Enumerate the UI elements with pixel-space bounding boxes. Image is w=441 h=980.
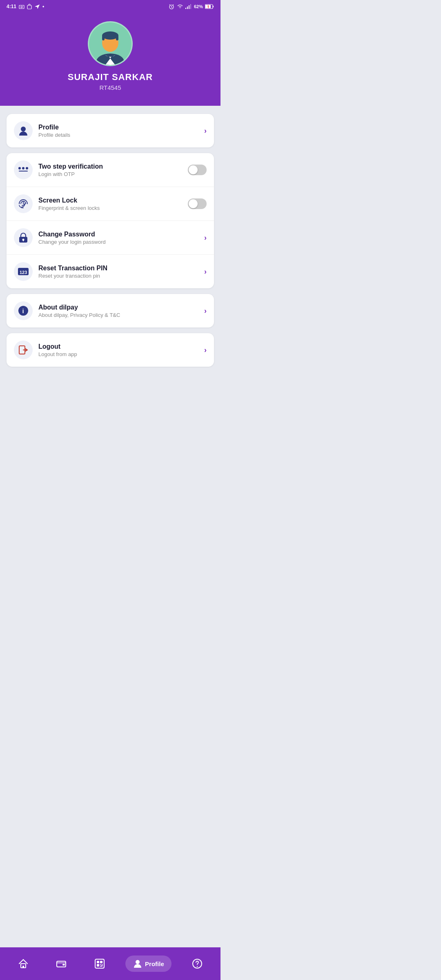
svg-rect-6 (189, 5, 189, 9)
logout-menu-item[interactable]: Logout Logout from app › (7, 333, 214, 367)
about-chevron: › (204, 307, 207, 315)
profile-card: Profile Profile details › (7, 114, 214, 147)
profile-menu-item[interactable]: Profile Profile details › (7, 114, 214, 147)
user-avatar-svg (91, 26, 130, 65)
svg-rect-5 (187, 7, 188, 9)
bag-icon (27, 4, 32, 9)
two-step-subtitle: Login with OTP (38, 171, 188, 177)
battery-percent: 62% (194, 4, 203, 9)
screen-lock-toggle[interactable] (188, 198, 207, 209)
reset-pin-icon-wrap: 123 (14, 262, 33, 281)
svg-rect-4 (185, 8, 186, 9)
profile-title: Profile (38, 124, 204, 131)
logout-icon (18, 344, 29, 356)
screen-lock-icon-wrap (14, 194, 33, 213)
change-password-text: Change Password Change your login passwo… (38, 231, 204, 245)
svg-point-18 (22, 167, 24, 169)
two-step-toggle[interactable] (188, 165, 207, 175)
about-text: About dilpay About dilpay, Privacy Polic… (38, 304, 204, 318)
status-left: 4:11 • (7, 4, 44, 9)
status-right: 62% (168, 4, 214, 9)
header-section: SURAJIT SARKAR RT4545 (0, 13, 220, 106)
screen-lock-subtitle: Fingerprint & screen locks (38, 205, 188, 211)
logout-text: Logout Logout from app (38, 343, 204, 357)
info-icon: i (18, 305, 29, 316)
two-step-menu-item[interactable]: Two step verification Login with OTP (7, 153, 214, 187)
send-icon (34, 4, 40, 9)
reset-pin-menu-item[interactable]: 123 Reset Transaction PIN Reset your tra… (7, 255, 214, 288)
svg-point-1 (21, 6, 22, 8)
reset-pin-chevron: › (204, 267, 207, 276)
photo-icon (19, 4, 24, 9)
svg-point-19 (26, 167, 28, 169)
svg-text:123: 123 (20, 270, 27, 275)
dots-lock-icon (17, 165, 29, 175)
about-subtitle: About dilpay, Privacy Policy & T&C (38, 312, 204, 318)
profile-icon-wrap (14, 121, 33, 140)
two-step-title: Two step verification (38, 163, 188, 170)
two-step-icon-wrap (14, 160, 33, 179)
security-card: Two step verification Login with OTP S (7, 153, 214, 288)
status-time: 4:11 (7, 4, 16, 9)
logout-subtitle: Logout from app (38, 351, 204, 357)
screen-lock-menu-item[interactable]: Screen Lock Fingerprint & screen locks (7, 187, 214, 221)
reset-pin-title: Reset Transaction PIN (38, 265, 204, 272)
logout-title: Logout (38, 343, 204, 350)
change-password-chevron: › (204, 234, 207, 242)
profile-text: Profile Profile details (38, 124, 204, 138)
user-name: SURAJIT SARKAR (68, 72, 153, 82)
user-id: RT4545 (99, 84, 121, 91)
svg-rect-10 (213, 6, 214, 7)
person-icon (18, 125, 29, 136)
change-password-subtitle: Change your login password (38, 239, 204, 245)
content-area: Profile Profile details › Two step verif… (0, 106, 220, 408)
change-password-menu-item[interactable]: Change Password Change your login passwo… (7, 221, 214, 255)
svg-rect-7 (190, 4, 191, 9)
signal-icon (185, 4, 192, 9)
svg-rect-20 (19, 171, 28, 172)
about-title: About dilpay (38, 304, 204, 311)
status-bar: 4:11 • 62% (0, 0, 220, 13)
profile-subtitle: Profile details (38, 132, 204, 138)
svg-rect-23 (23, 240, 24, 241)
svg-rect-14 (102, 36, 105, 40)
change-password-icon-wrap (14, 228, 33, 247)
profile-chevron: › (204, 127, 207, 135)
alarm-icon (168, 4, 175, 9)
screen-lock-title: Screen Lock (38, 197, 188, 204)
change-password-title: Change Password (38, 231, 204, 238)
about-icon-wrap: i (14, 301, 33, 320)
pin-icon: 123 (17, 266, 29, 277)
battery-icon (205, 4, 214, 9)
wifi-icon (177, 4, 183, 9)
avatar (88, 21, 133, 66)
logout-card: Logout Logout from app › (7, 333, 214, 367)
logout-chevron: › (204, 346, 207, 354)
svg-point-16 (21, 127, 26, 131)
fingerprint-icon (18, 198, 29, 209)
svg-rect-2 (27, 5, 31, 9)
reset-pin-text: Reset Transaction PIN Reset your transac… (38, 265, 204, 279)
two-step-text: Two step verification Login with OTP (38, 163, 188, 177)
svg-rect-0 (19, 5, 24, 9)
about-card: i About dilpay About dilpay, Privacy Pol… (7, 294, 214, 327)
screen-lock-text: Screen Lock Fingerprint & screen locks (38, 197, 188, 211)
about-menu-item[interactable]: i About dilpay About dilpay, Privacy Pol… (7, 294, 214, 327)
svg-point-17 (18, 167, 21, 169)
reset-pin-subtitle: Reset your transaction pin (38, 273, 204, 279)
svg-text:i: i (22, 307, 24, 314)
status-dot: • (42, 4, 44, 9)
svg-rect-15 (116, 36, 118, 40)
logout-icon-wrap (14, 341, 33, 359)
lock-icon (18, 232, 29, 243)
